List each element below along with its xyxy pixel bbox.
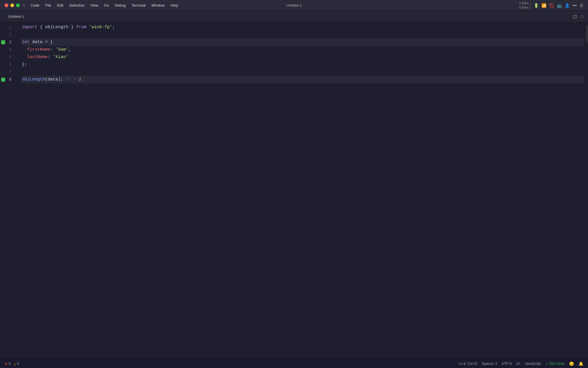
- line-number-3: 3: [6, 40, 11, 45]
- titlebar-left:  Code File Edit Selection View Go Debug…: [5, 3, 180, 8]
- traffic-lights: [5, 3, 20, 7]
- titlebar:  Code File Edit Selection View Go Debug…: [0, 0, 588, 11]
- token-plain: (: [45, 76, 48, 83]
- menu-file[interactable]: File: [43, 3, 54, 8]
- system-icons: 🔋 📶 🚫 📺 👤 ••• ☰: [534, 3, 583, 8]
- code-line-6: };: [22, 61, 584, 68]
- menu-items-list: Code File Edit Selection View Go Debug T…: [28, 3, 180, 8]
- line-number-8: 8: [6, 77, 11, 82]
- gutter-row-2: 2: [0, 31, 14, 39]
- token-plain: ,: [68, 46, 71, 53]
- token-plain: [30, 39, 32, 46]
- error-icon: ⊗: [5, 362, 7, 366]
- gutter-row-3: 3: [0, 39, 14, 46]
- code-line-7: [22, 68, 584, 76]
- smiley-icon[interactable]: 🙂: [569, 361, 574, 366]
- token-str: 'wink-fp': [89, 24, 112, 31]
- token-prop: lastName: [27, 53, 48, 61]
- tabbar: Untitled-1 ⊡: [0, 11, 588, 22]
- line-number-1: 1: [6, 25, 11, 30]
- gutter-row-7: 7: [0, 68, 14, 76]
- line-number-7: 7: [6, 70, 11, 74]
- line-number-4: 4: [6, 47, 11, 52]
- tab-label: Untitled-1: [8, 14, 24, 19]
- timing-status: ✓ 252.16ms: [546, 362, 564, 366]
- more-icon: •••: [572, 3, 577, 8]
- token-plain: [22, 53, 27, 61]
- menu-help[interactable]: Help: [168, 3, 180, 8]
- list-icon: ☰: [580, 3, 583, 8]
- statusbar-left: ⊗ 0 △ 0: [5, 362, 19, 366]
- window-title: Untitled-1: [286, 3, 302, 7]
- line-ending[interactable]: LF: [516, 362, 520, 366]
- line-number-5: 5: [6, 55, 11, 60]
- token-plain: };: [22, 61, 27, 68]
- code-line-2: [22, 31, 584, 39]
- token-kw-from: from: [76, 24, 86, 31]
- code-line-4: firstName: 'Sam',: [22, 46, 584, 53]
- error-count[interactable]: ⊗ 0: [5, 362, 11, 366]
- editor-area: 12345678 import { objLength } from 'wink…: [0, 22, 588, 359]
- menu-view[interactable]: View: [88, 3, 100, 8]
- token-plain: }: [68, 24, 76, 31]
- scrollbar-thumb[interactable]: [587, 25, 587, 43]
- line-gutter: 12345678: [0, 22, 17, 359]
- gutter-row-4: 4: [0, 46, 14, 53]
- editor-tab[interactable]: Untitled-1: [5, 13, 28, 20]
- menu-debug[interactable]: Debug: [113, 3, 128, 8]
- token-str: 'Xiao': [53, 53, 68, 61]
- menu-edit[interactable]: Edit: [55, 3, 66, 8]
- apple-icon: : [23, 3, 25, 8]
- token-plain: [22, 46, 27, 53]
- gutter-row-6: 6: [0, 61, 14, 68]
- token-str: 'Sam': [55, 46, 68, 53]
- token-plain: :: [48, 53, 53, 61]
- code-line-8: objLength(data); // ? 2: [22, 76, 584, 83]
- breakpoint-8[interactable]: [1, 78, 5, 82]
- token-punct: ;: [112, 24, 115, 31]
- menu-bar: : [23, 3, 25, 8]
- code-line-5: lastName: 'Xiao': [22, 53, 584, 61]
- network-stats: 2 KB/s ↑ 0 KB/s ↓: [519, 1, 531, 9]
- cast-icon: 📺: [557, 3, 562, 8]
- profile-icon: 👤: [565, 3, 570, 8]
- menu-code[interactable]: Code: [28, 3, 42, 8]
- gutter-row-5: 5: [0, 53, 14, 61]
- code-line-3: let data = {: [22, 39, 584, 46]
- breakpoint-3[interactable]: [1, 40, 5, 44]
- titlebar-right: 2 KB/s ↑ 0 KB/s ↓ 🔋 📶 🚫 📺 👤 ••• ☰: [519, 1, 583, 9]
- split-editor-icon[interactable]: ⊡: [573, 14, 577, 20]
- token-plain: = {: [42, 39, 53, 46]
- menu-go[interactable]: Go: [102, 3, 111, 8]
- warning-count[interactable]: △ 0: [13, 362, 19, 366]
- line-number-2: 2: [6, 32, 11, 37]
- language-mode[interactable]: JavaScript: [525, 362, 541, 366]
- token-plain: objLength: [45, 24, 68, 31]
- minimize-button[interactable]: [10, 3, 14, 7]
- cursor-position[interactable]: Ln 8, Col 22: [459, 362, 477, 366]
- menu-selection[interactable]: Selection: [67, 3, 87, 8]
- scrollbar-track[interactable]: [584, 22, 588, 359]
- wifi-icon: 📶: [541, 3, 546, 8]
- close-button[interactable]: [5, 3, 8, 7]
- token-fn: objLength: [22, 76, 45, 83]
- menu-terminal[interactable]: Terminal: [129, 3, 148, 8]
- network-up: 2 KB/s ↑: [519, 1, 531, 5]
- token-plain: {: [37, 24, 45, 31]
- menu-window[interactable]: Window: [149, 3, 167, 8]
- token-plain: );: [58, 76, 66, 83]
- file-encoding[interactable]: UTF-8: [502, 362, 512, 366]
- token-plain: :: [50, 46, 55, 53]
- line-number-6: 6: [6, 62, 11, 67]
- statusbar-right: Ln 8, Col 22 Spaces: 2 UTF-8 LF JavaScri…: [459, 361, 583, 366]
- code-editor[interactable]: import { objLength } from 'wink-fp'; let…: [17, 22, 584, 359]
- token-var: data: [32, 39, 42, 46]
- battery-icon: 🔋: [534, 3, 539, 8]
- statusbar: ⊗ 0 △ 0 Ln 8, Col 22 Spaces: 2 UTF-8 LF …: [0, 359, 588, 368]
- maximize-button[interactable]: [16, 3, 20, 7]
- gutter-row-1: 1: [0, 24, 14, 31]
- indentation[interactable]: Spaces: 2: [482, 362, 497, 366]
- token-kw: import: [22, 24, 37, 31]
- code-line-1: import { objLength } from 'wink-fp';: [22, 24, 584, 31]
- bell-icon[interactable]: 🔔: [579, 361, 583, 366]
